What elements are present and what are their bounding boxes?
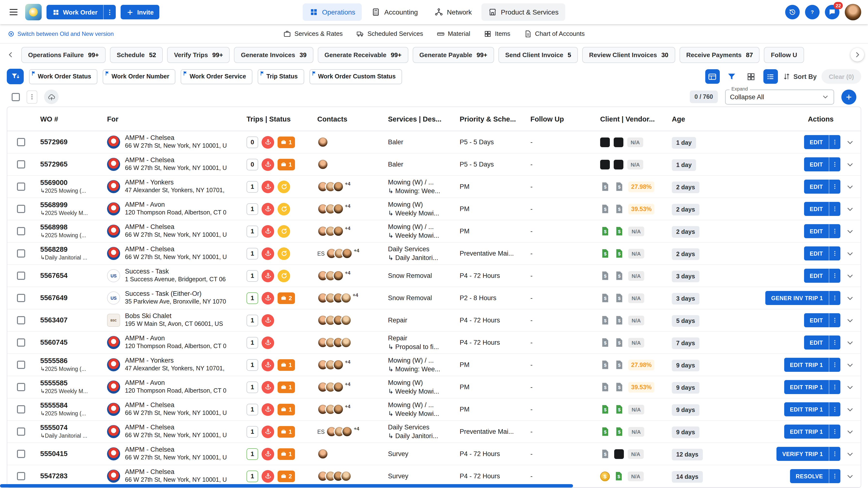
wo-number[interactable]: 5572969 bbox=[40, 138, 107, 147]
row-action-menu-icon[interactable] bbox=[829, 180, 840, 194]
pipeline-tab-operations-failure[interactable]: Operations Failure99+ bbox=[21, 47, 105, 63]
row-action-button[interactable]: EDIT bbox=[804, 180, 829, 194]
row-expand-chevron-icon[interactable] bbox=[845, 160, 855, 169]
recurring-status-icon[interactable] bbox=[278, 269, 290, 282]
row-checkbox[interactable] bbox=[17, 316, 25, 324]
row-action-menu-icon[interactable] bbox=[829, 380, 840, 394]
expand-select[interactable]: Expand Collapse All bbox=[725, 89, 834, 104]
row-checkbox[interactable] bbox=[17, 405, 25, 414]
row-action-menu-icon[interactable] bbox=[829, 335, 840, 350]
anchor-status-icon[interactable] bbox=[261, 292, 274, 304]
row-action-menu-icon[interactable] bbox=[829, 313, 840, 327]
anchor-status-icon[interactable] bbox=[261, 336, 274, 349]
contacts-cell[interactable] bbox=[317, 448, 388, 459]
contacts-cell[interactable]: +4 bbox=[317, 226, 388, 237]
contact-avatar[interactable] bbox=[333, 203, 344, 215]
table-row[interactable]: 5555585↳2025 Weekly M...AMPM - Avon120 T… bbox=[7, 376, 861, 398]
row-expand-chevron-icon[interactable] bbox=[845, 427, 855, 436]
wo-number[interactable]: 5560745 bbox=[40, 338, 107, 347]
contacts-cell[interactable]: +4 bbox=[317, 270, 388, 281]
wo-number[interactable]: 5555585 bbox=[40, 379, 107, 388]
trip-badge-icon[interactable]: 1 bbox=[278, 359, 295, 370]
row-expand-chevron-icon[interactable] bbox=[845, 226, 855, 236]
row-action-menu-icon[interactable] bbox=[829, 447, 840, 461]
row-checkbox[interactable] bbox=[17, 383, 25, 391]
contact-avatar[interactable] bbox=[333, 382, 344, 393]
sort-by-button[interactable]: Sort By bbox=[783, 73, 817, 80]
pipeline-tab-generate-invoices[interactable]: Generate Invoices39 bbox=[234, 47, 313, 63]
grid-view-icon[interactable] bbox=[744, 69, 758, 84]
table-row[interactable]: 5568998↳2025 Mowing (...AMPM - Chelsea66… bbox=[7, 220, 861, 242]
row-action-menu-icon[interactable] bbox=[829, 291, 840, 305]
trip-badge-icon[interactable]: 2 bbox=[278, 292, 295, 304]
contacts-cell[interactable] bbox=[317, 159, 388, 170]
recurring-status-icon[interactable] bbox=[278, 203, 290, 215]
anchor-status-icon[interactable] bbox=[261, 203, 274, 215]
version-switch-link[interactable]: Switch between Old and New version bbox=[8, 30, 114, 37]
row-action-button[interactable]: EDIT bbox=[804, 135, 829, 149]
row-checkbox[interactable] bbox=[17, 227, 25, 235]
row-checkbox[interactable] bbox=[17, 427, 25, 436]
trip-badge-icon[interactable]: 1 bbox=[278, 381, 295, 393]
table-row[interactable]: 5567649USSuccess - Task (Either-Or)35 Pa… bbox=[7, 287, 861, 310]
recurring-status-icon[interactable] bbox=[278, 247, 290, 260]
pipeline-scroll-right-icon[interactable] bbox=[850, 48, 864, 62]
anchor-status-icon[interactable] bbox=[261, 403, 274, 416]
table-row[interactable]: 5572965AMPM - Chelsea66 W 27th St, New Y… bbox=[7, 154, 861, 176]
list-view-icon[interactable] bbox=[764, 69, 778, 84]
contacts-cell[interactable]: +4 bbox=[317, 292, 388, 303]
row-action-button[interactable]: GENER INV TRIP 1 bbox=[765, 291, 829, 305]
contacts-cell[interactable]: ES+4 bbox=[317, 248, 388, 259]
anchor-status-icon[interactable] bbox=[261, 381, 274, 393]
anchor-status-icon[interactable] bbox=[261, 136, 274, 149]
filter-chip-trip-status[interactable]: Trip Status bbox=[258, 69, 304, 84]
row-checkbox[interactable] bbox=[17, 205, 25, 213]
row-checkbox[interactable] bbox=[17, 249, 25, 258]
anchor-status-icon[interactable] bbox=[261, 247, 274, 260]
row-expand-chevron-icon[interactable] bbox=[845, 338, 855, 347]
contact-avatar[interactable] bbox=[342, 426, 353, 437]
row-action-menu-icon[interactable] bbox=[829, 135, 840, 149]
horizontal-scrollbar[interactable] bbox=[0, 484, 573, 488]
card-view-icon[interactable] bbox=[705, 69, 720, 84]
anchor-status-icon[interactable] bbox=[261, 470, 274, 482]
nav-tab-accounting[interactable]: Accounting bbox=[365, 3, 425, 21]
row-action-button[interactable]: EDIT bbox=[804, 335, 829, 350]
recurring-status-icon[interactable] bbox=[278, 180, 290, 193]
anchor-status-icon[interactable] bbox=[261, 158, 274, 171]
row-action-button[interactable]: EDIT TRIP 1 bbox=[784, 380, 829, 394]
pipeline-tab-review-client-invoices[interactable]: Review Client Invoices30 bbox=[582, 47, 675, 63]
anchor-status-icon[interactable] bbox=[261, 269, 274, 282]
company-logo[interactable] bbox=[25, 4, 42, 20]
wo-number[interactable]: 5555586 bbox=[40, 357, 107, 365]
row-action-menu-icon[interactable] bbox=[829, 202, 840, 216]
contact-avatar[interactable] bbox=[317, 448, 329, 459]
table-row[interactable]: 5568289↳Daily Janitorial ...AMPM - Chels… bbox=[7, 242, 861, 265]
contact-avatar[interactable] bbox=[341, 470, 352, 482]
row-action-button[interactable]: VERIFY TRIP 1 bbox=[776, 447, 829, 461]
pipeline-scroll-left-icon[interactable] bbox=[4, 48, 18, 62]
cloud-upload-icon[interactable] bbox=[44, 90, 59, 104]
wo-number[interactable]: 5568998 bbox=[40, 223, 107, 232]
row-action-menu-icon[interactable] bbox=[829, 247, 840, 260]
subnav-chart-of-accounts[interactable]: Chart of Accounts bbox=[524, 30, 585, 37]
contact-avatar[interactable] bbox=[333, 226, 344, 237]
row-action-menu-icon[interactable] bbox=[829, 469, 840, 483]
trip-badge-icon[interactable]: 2 bbox=[278, 470, 295, 482]
contacts-cell[interactable]: +4 bbox=[317, 359, 388, 370]
filter-chip-work-order-service[interactable]: Work Order Service bbox=[181, 69, 252, 84]
filter-chip-work-order-number[interactable]: Work Order Number bbox=[103, 69, 176, 84]
filter-icon[interactable] bbox=[724, 69, 739, 84]
pipeline-tab-schedule[interactable]: Schedule52 bbox=[110, 47, 163, 63]
contact-avatar[interactable] bbox=[341, 315, 352, 326]
wo-number[interactable]: 5555584 bbox=[40, 401, 107, 410]
trip-badge-icon[interactable]: 1 bbox=[278, 159, 295, 170]
wo-number[interactable]: 5568289 bbox=[40, 246, 107, 254]
table-row[interactable]: 5555074↳Daily Janitorial ...AMPM - Chels… bbox=[7, 421, 861, 443]
wo-number[interactable]: 5567654 bbox=[40, 271, 107, 280]
table-row[interactable]: 5560745AMPM - Avon120 Thompson Road, Alb… bbox=[7, 332, 861, 354]
row-action-menu-icon[interactable] bbox=[829, 224, 840, 238]
contacts-cell[interactable]: +4 bbox=[317, 203, 388, 215]
user-avatar[interactable] bbox=[845, 4, 861, 20]
bulk-actions-menu-icon[interactable] bbox=[27, 90, 37, 103]
